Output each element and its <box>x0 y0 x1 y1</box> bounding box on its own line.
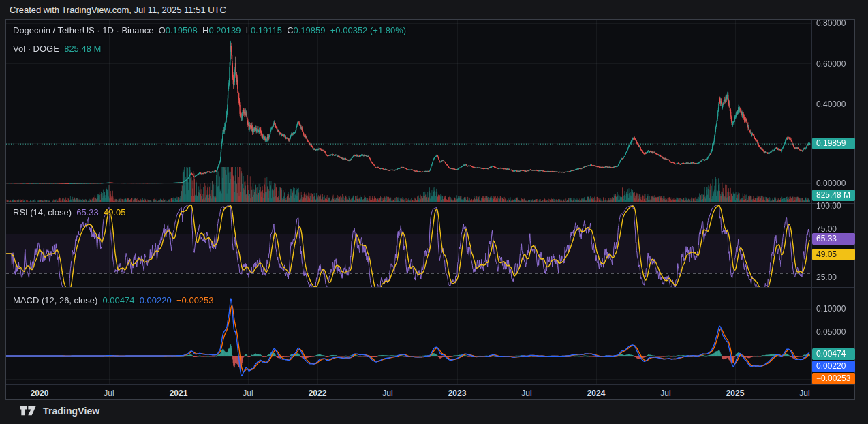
time-label: 2020 <box>31 389 49 398</box>
rsi-pane-canvas[interactable] <box>6 203 811 287</box>
macd-signal-value: −0.00253 <box>176 295 214 305</box>
created-with-link[interactable]: Created with TradingView.com, Jul 11, 20… <box>10 5 226 15</box>
volume-title: Vol · DOGE <box>13 44 59 54</box>
time-label: 2024 <box>587 389 606 398</box>
rsi-ma-value: 49.05 <box>104 207 126 217</box>
time-axis[interactable]: 2020 Jul 2021 Jul 2022 Jul 2023 Jul 2024… <box>6 384 854 401</box>
symbol-legend: Dogecoin / TetherUS · 1D · Binance O0.19… <box>13 25 406 35</box>
volume-value: 825.48 M <box>64 44 101 54</box>
low-value: 0.19115 <box>251 25 282 35</box>
price-tick: 0.80000 <box>816 18 846 28</box>
macd-signal-badge: −0.00253 <box>812 373 855 384</box>
time-label: 2021 <box>170 389 188 398</box>
macd-badge: 0.00220 <box>812 361 855 372</box>
top-bar: Created with TradingView.com, Jul 11, 20… <box>0 0 868 19</box>
time-label: 2022 <box>309 389 327 398</box>
volume-legend: Vol · DOGE 825.48 M <box>13 44 101 54</box>
footer-bar: TradingView <box>0 400 868 424</box>
time-label: Jul <box>660 389 670 398</box>
high-value: 0.20139 <box>208 25 241 35</box>
time-label: Jul <box>243 389 253 398</box>
time-label: 2025 <box>726 389 745 398</box>
macd-legend: MACD (12, 26, close) 0.00474 0.00220 −0.… <box>13 295 214 305</box>
time-label: Jul <box>799 389 809 398</box>
macd-line-value: 0.00220 <box>140 295 172 305</box>
pane-separator[interactable] <box>6 287 854 288</box>
price-tick: 0.60000 <box>816 59 846 69</box>
rsi-tick: 25.00 <box>816 273 837 282</box>
change-value: +0.00352 (+1.80%) <box>330 25 406 35</box>
time-label: Jul <box>521 389 531 398</box>
rsi-value: 65.33 <box>76 207 99 217</box>
macd-hist-badge: 0.00474 <box>812 348 855 360</box>
time-label: 2023 <box>448 389 467 398</box>
tradingview-snapshot: Created with TradingView.com, Jul 11, 20… <box>0 0 868 424</box>
rsi-ma-badge: 49.05 <box>812 249 855 260</box>
price-chart-canvas[interactable] <box>6 20 811 203</box>
time-label: Jul <box>382 389 392 398</box>
price-tick: 0.40000 <box>816 100 846 109</box>
tradingview-logo-link[interactable]: TradingView <box>20 404 99 417</box>
macd-title: MACD (12, 26, close) <box>13 295 97 305</box>
chart-widget: Dogecoin / TetherUS · 1D · Binance O0.19… <box>5 19 855 400</box>
price-tick: 0.00000 <box>816 179 846 188</box>
open-value: 0.19508 <box>166 25 198 35</box>
rsi-title: RSI (14, close) <box>13 207 72 217</box>
macd-hist-value: 0.00474 <box>103 295 135 305</box>
time-label: Jul <box>104 389 114 398</box>
macd-tick: 0.05000 <box>816 327 846 337</box>
rsi-tick: 75.00 <box>816 224 837 234</box>
pane-separator[interactable] <box>6 203 854 204</box>
volume-badge: 825.48 M <box>812 190 855 201</box>
symbol-title: Dogecoin / TetherUS · 1D · Binance <box>13 25 153 35</box>
last-price-badge: 0.19859 <box>812 138 855 149</box>
rsi-badge: 65.33 <box>812 233 855 245</box>
price-axis[interactable]: 0.80000 0.60000 0.40000 0.00000 0.19859 … <box>812 20 854 384</box>
tradingview-logo-icon <box>20 404 37 417</box>
close-value: 0.19859 <box>294 25 326 35</box>
rsi-legend: RSI (14, close) 65.33 49.05 <box>13 207 126 217</box>
tradingview-brand-text: TradingView <box>43 406 99 417</box>
chart-plot-area <box>6 20 811 384</box>
rsi-tick: 100.00 <box>816 201 841 211</box>
macd-tick: 0.10000 <box>816 304 846 314</box>
